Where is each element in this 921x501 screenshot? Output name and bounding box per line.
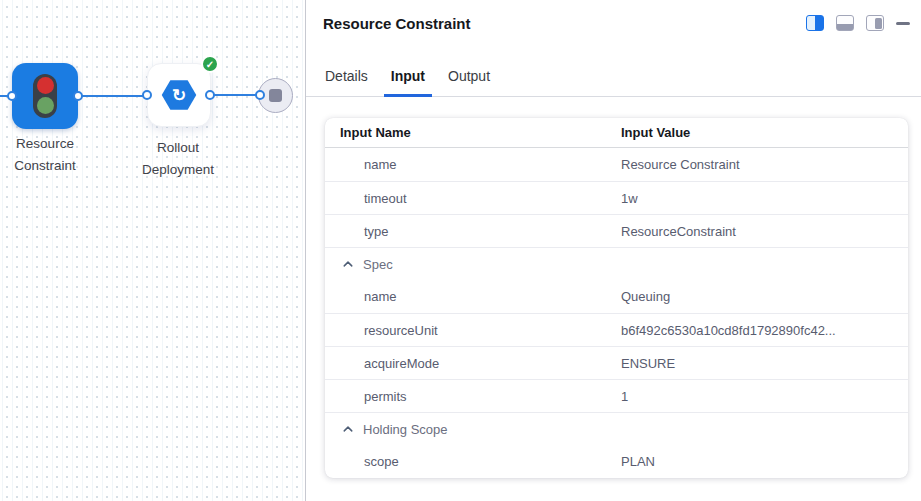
input-value-cell: PLAN xyxy=(621,454,908,469)
input-name-cell: name xyxy=(325,289,621,304)
input-name-cell: name xyxy=(325,157,621,172)
node-rollout-deployment[interactable]: ↻ xyxy=(147,63,211,127)
port-end-left[interactable] xyxy=(255,90,265,100)
workflow-canvas[interactable]: ↻ ✓ Resource Constraint Rollout Deployme… xyxy=(0,0,306,501)
rollout-hexagon-icon: ↻ xyxy=(161,79,197,111)
chevron-up-icon[interactable] xyxy=(342,423,354,435)
dock-right-icon[interactable] xyxy=(806,15,824,31)
tab-details[interactable]: Details xyxy=(318,68,375,96)
minimize-icon[interactable] xyxy=(896,15,910,31)
node-resource-constraint[interactable] xyxy=(12,63,78,129)
edge-rollout-to-end xyxy=(210,94,260,96)
input-value-cell: 1w xyxy=(621,191,908,206)
input-value-cell: Resource Constraint xyxy=(621,157,908,172)
input-name-cell: scope xyxy=(325,454,621,469)
input-name-cell: acquireMode xyxy=(325,356,621,371)
table-row: nameResource Constraint xyxy=(325,148,908,181)
input-value-cell: ResourceConstraint xyxy=(621,224,908,239)
table-row: resourceUnitb6f492c6530a10cd8fd1792890fc… xyxy=(325,313,908,346)
port-rollout-left[interactable] xyxy=(142,90,152,100)
table-row: permits1 xyxy=(325,379,908,412)
input-table-body: nameResource Constrainttimeout1wtypeReso… xyxy=(325,148,908,478)
table-row: scopePLAN xyxy=(325,445,908,478)
input-name-cell: timeout xyxy=(325,191,621,206)
input-name-cell: permits xyxy=(325,389,621,404)
input-value-cell: 1 xyxy=(621,389,908,404)
traffic-green-light xyxy=(37,97,54,114)
traffic-red-light xyxy=(37,77,54,94)
port-constraint-left[interactable] xyxy=(7,91,17,101)
table-row: typeResourceConstraint xyxy=(325,214,908,247)
tab-input[interactable]: Input xyxy=(384,68,432,97)
port-constraint-right[interactable] xyxy=(73,91,83,101)
section-label: Holding Scope xyxy=(363,422,448,437)
dock-bottom-icon[interactable] xyxy=(836,15,854,31)
detail-panel: Resource Constraint Details Input Output… xyxy=(306,0,921,501)
tab-bar: Details Input Output xyxy=(318,68,497,96)
table-row: nameQueuing xyxy=(325,280,908,313)
dock-float-icon[interactable] xyxy=(866,15,884,31)
input-table-header: Input Name Input Value xyxy=(325,118,908,148)
tab-output[interactable]: Output xyxy=(441,68,497,96)
input-name-cell: resourceUnit xyxy=(325,323,621,338)
traffic-light-icon xyxy=(33,74,57,118)
port-rollout-right[interactable] xyxy=(205,90,215,100)
panel-window-controls xyxy=(806,15,910,31)
column-input-name: Input Name xyxy=(325,125,621,140)
table-row: acquireModeENSURE xyxy=(325,346,908,379)
table-row: timeout1w xyxy=(325,181,908,214)
edge-constraint-to-rollout xyxy=(77,95,149,97)
input-table-card: Input Name Input Value nameResource Cons… xyxy=(325,118,908,478)
success-check-badge: ✓ xyxy=(201,55,219,73)
chevron-up-icon[interactable] xyxy=(342,258,354,270)
input-value-cell: ENSURE xyxy=(621,356,908,371)
stop-square-icon xyxy=(269,89,282,102)
input-name-cell: type xyxy=(325,224,621,239)
table-section-row[interactable]: Holding Scope xyxy=(325,412,908,445)
column-input-value: Input Value xyxy=(621,125,908,140)
node-label-resource-constraint: Resource Constraint xyxy=(0,133,95,177)
node-label-rollout-deployment: Rollout Deployment xyxy=(123,137,233,181)
input-value-cell: b6f492c6530a10cd8fd1792890fc42... xyxy=(621,323,908,338)
input-value-cell: Queuing xyxy=(621,289,908,304)
panel-title: Resource Constraint xyxy=(323,15,471,32)
panel-header: Resource Constraint Details Input Output xyxy=(306,0,921,97)
app: ↻ ✓ Resource Constraint Rollout Deployme… xyxy=(0,0,921,501)
table-section-row[interactable]: Spec xyxy=(325,247,908,280)
section-label: Spec xyxy=(363,257,393,272)
